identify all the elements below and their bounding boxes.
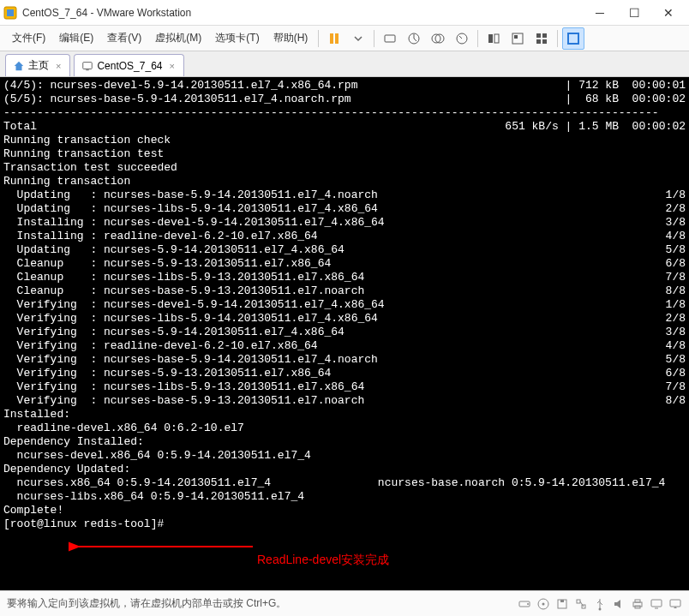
terminal-line: Running transaction	[3, 175, 686, 188]
svg-rect-27	[577, 600, 580, 603]
terminal-line: Updating : ncurses-base-5.9-14.20130511.…	[3, 188, 686, 202]
terminal-line: Verifying : ncurses-libs-5.9-14.20130511…	[3, 312, 686, 326]
svg-rect-17	[568, 33, 578, 44]
vmware-app-icon	[3, 6, 17, 20]
snapshot-button[interactable]	[403, 27, 425, 50]
tab-vm-label: CentOS_7_64	[97, 60, 162, 72]
terminal-line: [root@linux redis-tool]#	[3, 517, 686, 531]
unity-button[interactable]	[506, 27, 529, 50]
svg-rect-26	[560, 600, 564, 602]
terminal-line: Cleanup : ncurses-libs-5.9-13.20130511.e…	[3, 271, 686, 284]
menu-file[interactable]: 文件(F)	[5, 27, 52, 49]
svg-rect-18	[83, 62, 93, 69]
statusbar: 要将输入定向到该虚拟机，请在虚拟机内部单击或按 Ctrl+G。	[0, 590, 689, 616]
hdd-icon[interactable]	[518, 597, 531, 611]
terminal-line: Verifying : ncurses-devel-5.9-14.2013051…	[3, 298, 686, 312]
terminal-line: Installing : ncurses-devel-5.9-14.201305…	[3, 216, 686, 230]
menu-separator	[318, 30, 319, 47]
terminal-line: ncurses-devel.x86_64 0:5.9-14.20130511.e…	[3, 449, 686, 463]
menu-tabs[interactable]: 选项卡(T)	[208, 27, 266, 49]
titlebar: CentOS_7_64 - VMware Workstation ─ ☐ ✕	[0, 0, 689, 26]
terminal-line: (4/5): ncurses-devel-5.9-14.20130511.el7…	[3, 79, 686, 93]
statusbar-text: 要将输入定向到该虚拟机，请在虚拟机内部单击或按 Ctrl+G。	[7, 596, 286, 611]
close-button[interactable]: ✕	[651, 0, 686, 26]
message-icon[interactable]	[668, 597, 682, 611]
terminal-line: Dependency Installed:	[3, 435, 686, 449]
annotation-text: ReadLine-devel安装完成	[257, 553, 389, 566]
svg-rect-12	[514, 35, 518, 39]
terminal-line: Verifying : ncurses-5.9-13.20130511.el7.…	[3, 367, 686, 380]
terminal-line: Verifying : ncurses-base-5.9-14.20130511…	[3, 353, 686, 367]
tab-home-label: 主页	[28, 58, 49, 73]
terminal-line: Cleanup : ncurses-base-5.9-13.20130511.e…	[3, 284, 686, 298]
tab-vm-close[interactable]: ×	[168, 61, 177, 71]
maximize-button[interactable]: ☐	[617, 0, 651, 26]
network-icon[interactable]	[574, 597, 588, 611]
svg-rect-3	[335, 33, 339, 44]
svg-rect-1	[7, 9, 14, 16]
menubar: 文件(F) 编辑(E) 查看(V) 虚拟机(M) 选项卡(T) 帮助(H)	[0, 26, 689, 51]
terminal-line: Updating : ncurses-libs-5.9-14.20130511.…	[3, 202, 686, 216]
svg-rect-14	[542, 33, 547, 38]
send-cad-button[interactable]	[379, 27, 401, 50]
thumbnail-button[interactable]	[530, 27, 553, 50]
svg-rect-19	[87, 69, 90, 70]
snapshot-manager-button[interactable]	[427, 27, 449, 50]
svg-rect-16	[542, 39, 547, 44]
menu-view[interactable]: 查看(V)	[100, 27, 148, 49]
menu-separator	[557, 30, 558, 47]
terminal-line: Running transaction test	[3, 147, 686, 161]
floppy-icon[interactable]	[555, 597, 569, 611]
tab-vm[interactable]: CentOS_7_64 ×	[74, 54, 184, 76]
terminal-line: Verifying : readline-devel-6.2-10.el7.x8…	[3, 339, 686, 353]
terminal-line: Installing : readline-devel-6.2-10.el7.x…	[3, 230, 686, 243]
terminal-line: Verifying : ncurses-5.9-14.20130511.el7_…	[3, 326, 686, 339]
svg-rect-2	[330, 33, 333, 44]
svg-rect-10	[494, 34, 499, 43]
power-dropdown-icon[interactable]	[347, 27, 369, 50]
svg-rect-9	[488, 34, 493, 43]
terminal-line: ncurses-libs.x86_64 0:5.9-14.20130511.el…	[3, 490, 686, 504]
usb-icon[interactable]	[593, 597, 607, 611]
terminal-line: Complete!	[3, 504, 686, 517]
terminal-line: Cleanup : ncurses-5.9-13.20130511.el7.x8…	[3, 257, 686, 271]
terminal-line: ----------------------------------------…	[3, 106, 686, 120]
terminal-output[interactable]: (4/5): ncurses-devel-5.9-14.20130511.el7…	[0, 77, 689, 590]
terminal-line: Verifying : ncurses-base-5.9-13.20130511…	[3, 394, 686, 408]
terminal-line: readline-devel.x86_64 0:6.2-10.el7	[3, 422, 686, 435]
svg-rect-4	[385, 35, 395, 42]
cd-icon[interactable]	[536, 597, 550, 611]
terminal-line: Total651 kB/s | 1.5 MB 00:00:02	[3, 120, 686, 134]
menu-separator	[477, 30, 478, 47]
menu-help[interactable]: 帮助(H)	[267, 27, 315, 49]
home-icon	[13, 60, 25, 72]
tabbar: 主页 × CentOS_7_64 ×	[0, 51, 689, 77]
vm-icon	[81, 60, 93, 72]
svg-rect-15	[536, 39, 541, 44]
sound-icon[interactable]	[612, 597, 626, 611]
tab-home-close[interactable]: ×	[54, 61, 63, 71]
view-mode-button[interactable]	[482, 27, 505, 50]
terminal-line: ncurses.x86_64 0:5.9-14.20130511.el7_4 n…	[3, 476, 686, 490]
revert-snapshot-button[interactable]	[451, 27, 473, 50]
terminal-line: Installed:	[3, 408, 686, 422]
status-icons	[518, 597, 682, 611]
terminal-line: (5/5): ncurses-base-5.9-14.20130511.el7_…	[3, 93, 686, 106]
svg-point-24	[542, 602, 545, 605]
svg-rect-13	[536, 33, 541, 38]
menu-edit[interactable]: 编辑(E)	[52, 27, 100, 49]
menu-separator	[374, 30, 374, 47]
annotation-arrow	[69, 538, 257, 559]
display-icon[interactable]	[650, 597, 663, 611]
pause-button[interactable]	[323, 27, 345, 50]
terminal-line: Transaction test succeeded	[3, 161, 686, 175]
tab-home[interactable]: 主页 ×	[5, 54, 70, 76]
terminal-line: Updating : ncurses-5.9-14.20130511.el7_4…	[3, 243, 686, 257]
svg-point-22	[527, 603, 529, 605]
terminal-line: Verifying : ncurses-libs-5.9-13.20130511…	[3, 380, 686, 394]
fullscreen-button[interactable]	[562, 27, 584, 50]
printer-icon[interactable]	[631, 597, 644, 611]
minimize-button[interactable]: ─	[583, 0, 617, 26]
window-title: CentOS_7_64 - VMware Workstation	[22, 7, 583, 19]
menu-vm[interactable]: 虚拟机(M)	[148, 27, 208, 49]
